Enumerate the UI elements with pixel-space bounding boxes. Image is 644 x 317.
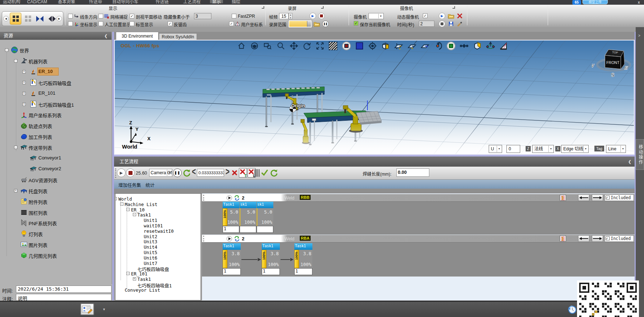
menubar-tab-6[interactable]: 传送链 [156, 0, 169, 3]
comment-input[interactable]: 说明 [16, 294, 111, 301]
checkbox-line-direction[interactable] [68, 14, 73, 18]
sidebar-tree-item[interactable]: 图片列表 [0, 240, 111, 249]
task-tree-item[interactable]: Unit7 [144, 261, 157, 266]
block-included-checkbox[interactable]: ✓ [606, 196, 610, 200]
viewport-tab-3d-environment[interactable]: 3D Environment [116, 32, 159, 40]
task-tree-item[interactable]: Unit3 [144, 239, 157, 244]
camera-time-input[interactable]: 2 [419, 21, 434, 27]
record-stop-button[interactable] [318, 13, 325, 19]
task-count-cell[interactable] [257, 226, 273, 233]
task-tree-expand-icon[interactable]: - [126, 208, 130, 211]
task-tree-expand-icon[interactable]: - [126, 272, 130, 275]
tree-expand-icon[interactable]: - [14, 59, 17, 63]
sync-icon[interactable] [567, 304, 578, 315]
block-drag-handle[interactable] [203, 195, 204, 201]
block-included-checkbox[interactable]: ✓ [606, 236, 610, 240]
sidebar-tree-item[interactable]: -世界 [0, 46, 111, 55]
qat-flip-button[interactable] [35, 15, 44, 23]
task-tree-item[interactable]: Unit5 [144, 250, 157, 255]
task-tree-item[interactable]: Conveyor List [125, 287, 160, 293]
dropdown-arrow[interactable]: ▼ [620, 146, 625, 152]
sidebar-tree-item[interactable]: Conveyor2 [0, 165, 111, 174]
section-plane-y-icon[interactable] [408, 42, 416, 51]
block-play-icon[interactable] [227, 236, 232, 241]
task-tree-item[interactable]: Task1 [138, 212, 151, 218]
block-drag-handle[interactable] [203, 236, 204, 241]
upload-button[interactable]: 模型上传 [582, 0, 608, 4]
task-tree-item[interactable]: World [118, 196, 132, 202]
record-green-icon[interactable] [447, 42, 455, 51]
hide-pixels-input[interactable]: 3 [194, 13, 211, 19]
window-close-icon[interactable]: x [638, 0, 640, 5]
checkbox-fastzpr[interactable] [232, 14, 236, 18]
menubar-tab-3[interactable]: 基本对象 [58, 0, 75, 3]
camera-save-icon[interactable] [448, 21, 454, 28]
task-tree-item[interactable]: ER_10 [131, 207, 145, 213]
checkbox-coord-display[interactable] [68, 21, 73, 26]
task-tree-item[interactable]: resetwaitI0 [144, 228, 174, 234]
box-view-icon[interactable] [473, 42, 482, 51]
task-tree-item[interactable]: waitI01 [144, 223, 163, 228]
checkbox-grid-snap[interactable] [98, 14, 103, 18]
task-tree-expand-icon[interactable]: - [115, 197, 117, 200]
menubar-tab-5[interactable]: 自动导向小车 [112, 0, 138, 3]
task-tree-item[interactable]: Unit1 [144, 218, 157, 223]
sidebar-tree-item[interactable]: 附件列表 [0, 197, 111, 206]
center-icon[interactable] [368, 42, 377, 51]
task-count-cell[interactable]: 1 [262, 268, 280, 275]
checkbox-anti-alias[interactable]: ✓ [168, 21, 172, 26]
tree-expand-icon[interactable]: - [14, 146, 17, 149]
home-icon[interactable] [237, 42, 246, 51]
qat-next-button[interactable]: ▶ [56, 16, 62, 21]
line-dropdown[interactable]: Line▼ [606, 145, 626, 153]
task-tree-expand-icon[interactable]: - [133, 213, 136, 216]
qat-layout-button[interactable] [10, 13, 21, 25]
view-cube[interactable]: FRONTTOPWSE [592, 45, 637, 80]
fps-input[interactable]: 15 [279, 13, 289, 19]
task-count-cell[interactable] [240, 226, 256, 233]
task-tree-item[interactable]: ER_101 [131, 271, 147, 277]
task-count-cell[interactable]: 1 [223, 268, 241, 275]
camera-stop-button[interactable] [439, 21, 445, 27]
delete-task-button[interactable]: T [239, 168, 247, 177]
qat-prev-button[interactable]: ◀ [3, 16, 9, 21]
tree-expand-icon[interactable]: + [22, 103, 26, 106]
camera-brush-icon[interactable] [456, 21, 463, 28]
camera-play-button[interactable]: ▶ [439, 13, 445, 19]
sidebar-tree-item[interactable]: +七巧板四轴吸盘 [0, 78, 111, 87]
sidebar-tree-item[interactable]: -机器列表 [0, 57, 111, 65]
process-pause-button[interactable]: ❚❚ [173, 168, 182, 177]
sidebar-tree-item[interactable]: 灯列表 [0, 230, 111, 238]
zoom-icon[interactable] [277, 42, 285, 51]
qat-layout2-button[interactable] [24, 14, 33, 23]
pan-icon[interactable] [290, 42, 298, 51]
viewport-tab-robox-sysaddin[interactable]: Robox SysAddIn [159, 33, 197, 40]
record-pause-button[interactable]: ❚❚ [322, 21, 329, 27]
delete-button[interactable] [231, 170, 238, 176]
sidebar-tree-item[interactable]: +ER_10 [0, 68, 111, 76]
camera-mode-dropdown[interactable]: Camera Off▼ [149, 169, 172, 177]
orbit-icon[interactable] [250, 42, 259, 51]
time-input[interactable]: 2022/6/24 15:36:31 [16, 286, 111, 293]
step-input[interactable]: 0.03333333333333 [197, 169, 224, 177]
sidebar-tree-item[interactable]: 几何图元列表 [0, 251, 111, 260]
block-move-right-button[interactable] [592, 194, 603, 201]
camera-delete-icon[interactable] [457, 13, 463, 20]
fps-spinner[interactable]: ▲▼ [289, 13, 292, 19]
menubar-tab-1[interactable]: 运动机构 [3, 0, 20, 3]
tag-chip[interactable]: Tag [594, 146, 604, 151]
sidebar-tree-item[interactable]: 加工件列表 [0, 132, 111, 141]
block-play-icon[interactable] [227, 195, 232, 201]
task-column-header[interactable]: sk1 [240, 202, 256, 208]
task-tree-item[interactable]: Unit2 [144, 234, 157, 239]
record-folder-icon[interactable] [313, 21, 320, 28]
task-count-cell[interactable]: 1 [223, 226, 239, 233]
sidebar-collapse-icon[interactable]: ❮ [104, 32, 108, 40]
dropdown-arrow[interactable]: ▼ [497, 146, 501, 152]
u-dropdown[interactable]: U▼ [489, 145, 502, 153]
checkbox-user-coordinate-system[interactable]: ✓ [229, 21, 234, 26]
task-column-header[interactable]: Task1 [262, 243, 280, 250]
tree-expand-icon[interactable]: + [14, 189, 17, 192]
task-column-header[interactable]: Task1 [223, 202, 239, 208]
task-tree-expand-icon[interactable]: + [133, 277, 136, 280]
